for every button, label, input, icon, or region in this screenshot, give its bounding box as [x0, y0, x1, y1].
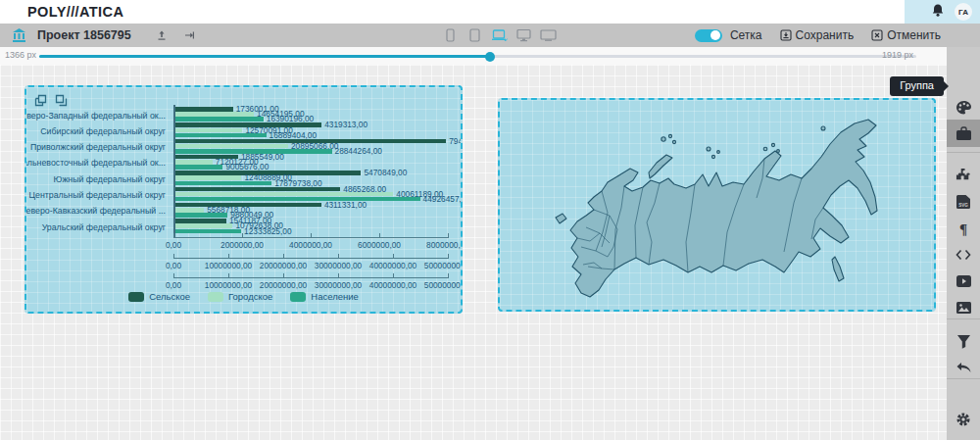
bar-Население[interactable]: [173, 197, 420, 202]
axis-tick: [173, 254, 174, 258]
width-slider[interactable]: [39, 55, 916, 58]
device-tv-icon[interactable]: [539, 26, 557, 44]
bar-value-label: 16889404,00: [270, 133, 317, 138]
x-axis-2: 0,0010000000,0020000000,0030000000,00400…: [173, 277, 449, 278]
bar-Городское[interactable]: [173, 128, 242, 133]
axis-tick-label: 30000000,00: [315, 261, 362, 270]
bar-Население[interactable]: [173, 117, 264, 122]
bar-Население[interactable]: [173, 165, 222, 170]
axis-tick-label: 10000000,00: [205, 261, 252, 270]
axis-tick-label: 20000000,00: [260, 261, 307, 270]
avatar[interactable]: ГА: [955, 3, 972, 21]
slider-max-label: 1919 px: [882, 50, 913, 60]
category-label: Северо-Западный федеральный ок...: [24, 111, 166, 121]
bar-Сельское[interactable]: [173, 107, 233, 112]
axis-tick: [338, 254, 339, 258]
bar-value-label: 4319313,00: [324, 122, 368, 127]
grid-toggle-label: Сетка: [730, 28, 762, 42]
map-widget[interactable]: [498, 98, 936, 312]
axis-tick-label: 40000000,00: [369, 261, 416, 270]
axis-tick-label: 20000000,00: [260, 280, 307, 290]
collapse-left-icon[interactable]: [180, 26, 198, 44]
bar-Сельское[interactable]: [173, 187, 340, 192]
bar-value-label: 17879738,00: [274, 181, 321, 186]
bar-Городское[interactable]: [173, 223, 232, 228]
video-icon[interactable]: [947, 268, 980, 295]
bar-Население[interactable]: [173, 181, 271, 186]
axis-tick-label: 40000000,00: [369, 280, 416, 290]
axis-tick-label: 0,00: [166, 261, 181, 270]
device-preview-switcher: [441, 24, 557, 47]
user-strip: ГА: [905, 0, 980, 24]
bar-value-label: 4311331,00: [324, 203, 367, 208]
x-axis-1: 0,0010000000,0020000000,0030000000,00400…: [173, 258, 449, 259]
axis-tick: [228, 254, 229, 258]
bar-Городское[interactable]: [173, 208, 204, 213]
legend-item[interactable]: Население: [290, 291, 359, 302]
toolbar: Проект 1856795: [0, 24, 980, 47]
axis-tick: [173, 233, 174, 237]
layer-back-icon[interactable]: [34, 93, 47, 111]
device-laptop-icon-selected[interactable]: [490, 26, 508, 44]
filter-icon[interactable]: [947, 327, 980, 355]
legend-item[interactable]: Городское: [208, 291, 272, 302]
axis-tick: [242, 233, 243, 237]
axis-tick-label: 2000000,00: [220, 240, 264, 250]
legend-swatch: [208, 292, 223, 302]
export-icon[interactable]: [153, 26, 171, 44]
palette-icon[interactable]: [947, 94, 980, 122]
chart-legend: СельскоеГородскоеНаселение: [26, 291, 461, 302]
device-tablet-icon[interactable]: [466, 26, 483, 44]
axis-tick-label: 0,00: [166, 240, 181, 250]
axis-tick: [448, 254, 449, 258]
axis-tick-label: 30000000,00: [315, 280, 362, 290]
axis-tick-label: 6000000,00: [358, 240, 401, 250]
bar-Сельское[interactable]: [173, 219, 226, 223]
legend-swatch: [290, 292, 306, 302]
bar-Население[interactable]: [173, 213, 227, 218]
save-button[interactable]: Сохранить: [780, 28, 855, 42]
russia-map[interactable]: [500, 100, 934, 310]
axis-tick: [228, 273, 229, 277]
plugin-puzzle-icon[interactable]: [947, 161, 980, 188]
svg-image-icon[interactable]: SVG: [947, 188, 980, 216]
axis-tick-label: 10000000,00: [205, 280, 252, 290]
bar-Городское[interactable]: [173, 175, 241, 180]
axis-tick: [173, 273, 174, 277]
app-root: POLY///ATICA ГА Проект 1856795: [0, 0, 980, 440]
device-phone-icon[interactable]: [441, 26, 459, 44]
widget-sidebar: SVG ¶: [947, 47, 980, 440]
category-label: Центральный федеральный округ: [24, 190, 166, 200]
bar-Городское[interactable]: [173, 112, 254, 117]
bell-icon[interactable]: [931, 3, 945, 22]
device-monitor-icon[interactable]: [514, 26, 532, 44]
group-icon[interactable]: [947, 120, 980, 147]
layer-front-icon[interactable]: [55, 93, 68, 111]
axis-tick: [448, 233, 449, 237]
code-icon[interactable]: [947, 241, 980, 269]
paragraph-text-icon[interactable]: ¶: [947, 215, 980, 242]
bar-value-label: 9005676,00: [225, 165, 269, 170]
image-icon[interactable]: [947, 294, 980, 321]
axis-tick: [283, 254, 284, 258]
dashboard-canvas[interactable]: Северо-Западный федеральный ок...1736001…: [0, 65, 947, 440]
bar-value-label: 7949198,00: [449, 139, 463, 144]
x-axis-0: 0,002000000,004000000,006000000,00800000…: [173, 237, 449, 238]
settings-gear-icon[interactable]: [947, 406, 980, 433]
width-slider-handle[interactable]: [485, 52, 495, 62]
category-label: Сибирский федеральный округ: [24, 126, 166, 136]
bar-chart-widget[interactable]: Северо-Западный федеральный ок...1736001…: [24, 85, 463, 314]
bar-Население[interactable]: [173, 133, 267, 138]
bar-Городское[interactable]: [173, 144, 288, 149]
grid-toggle[interactable]: [695, 29, 722, 42]
legend-item[interactable]: Сельское: [128, 291, 190, 302]
axis-tick: [448, 273, 449, 277]
width-slider-fill: [39, 55, 490, 58]
svg-text:¶: ¶: [959, 221, 967, 236]
undo-icon[interactable]: [947, 354, 980, 381]
bar-Население[interactable]: [173, 229, 241, 234]
cancel-button[interactable]: Отменить: [871, 28, 941, 42]
bar-Городское[interactable]: [173, 192, 393, 197]
bar-Городское[interactable]: [173, 160, 213, 165]
project-temple-icon[interactable]: [10, 26, 27, 44]
